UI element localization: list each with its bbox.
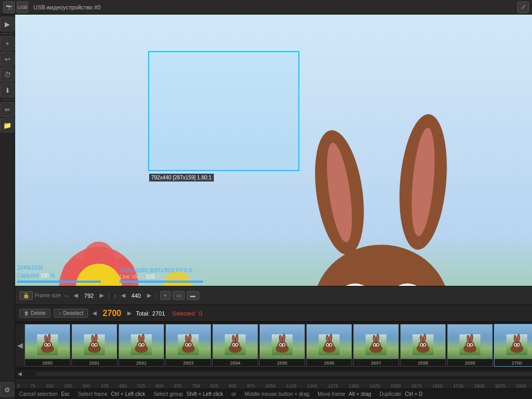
- frame-prev-btn[interactable]: ◀: [91, 310, 98, 317]
- aspect-btn[interactable]: ▭: [173, 291, 185, 300]
- film-frame-2700[interactable]: 2700: [494, 324, 532, 367]
- svg-point-183: [465, 341, 475, 349]
- svg-point-179: [424, 344, 425, 345]
- svg-point-123: [236, 344, 237, 345]
- timeline-scroll: ◀ ▶ 2700: [15, 369, 532, 378]
- svg-point-178: [421, 344, 422, 345]
- camera-icon-btn[interactable]: 📷: [3, 2, 15, 13]
- ruler-mark-1125: 1125: [286, 383, 296, 389]
- add-tool-btn[interactable]: +: [0, 36, 15, 51]
- filmstrip-prev-btn[interactable]: ◀: [15, 324, 25, 367]
- delete-btn[interactable]: 🗑 Delete: [19, 309, 51, 318]
- frame-thumb-2697: [354, 324, 398, 359]
- duplicate-shortcut: Duplicate Ctrl + D: [380, 391, 423, 397]
- ruler-mark-1050: 1050: [265, 383, 275, 389]
- ruler-mark-1800: 1800: [474, 383, 485, 389]
- svg-point-67: [49, 344, 50, 345]
- total-label: Total: 2701: [136, 310, 165, 317]
- ruler-mark-1575: 1575: [412, 383, 422, 389]
- fill-btn[interactable]: ▬: [187, 291, 199, 300]
- download-tool-btn[interactable]: ⬇: [0, 83, 15, 98]
- svg-point-124: [234, 346, 236, 347]
- scroll-track[interactable]: [36, 372, 532, 376]
- frame-thumb-2692: [119, 324, 164, 359]
- film-frame-2692[interactable]: 2692: [118, 324, 164, 367]
- timeline-area: 🗑 Delete ○ Deselect ◀ 2700 ▶ Total: 2701…: [15, 305, 532, 399]
- svg-point-197: [512, 341, 522, 349]
- add-frame-btn[interactable]: +: [160, 291, 171, 300]
- timer-tool-btn[interactable]: ⏱: [0, 67, 15, 82]
- cancel-label: Cancel selection: [19, 391, 57, 397]
- svg-point-57: [43, 341, 52, 349]
- svg-point-169: [418, 341, 428, 349]
- brush-tool-btn[interactable]: ✏: [0, 102, 15, 117]
- frame-thumb-2698: [401, 324, 445, 359]
- ruler-mark-225: 225: [64, 383, 72, 389]
- svg-point-82: [93, 346, 95, 347]
- svg-point-68: [46, 346, 49, 347]
- frame-num-label-2697: 2697: [354, 359, 398, 366]
- captured-label: Captured: [17, 273, 39, 279]
- svg-point-66: [45, 344, 46, 345]
- expand-tool-btn[interactable]: ▶: [0, 17, 15, 31]
- ruler-mark-750: 750: [192, 383, 200, 389]
- ruler-marks: 0751502253003754505256006757508259009751…: [15, 379, 532, 389]
- delete-label: Delete: [31, 310, 46, 316]
- ruler-mark-675: 675: [174, 383, 182, 389]
- width-prev-arrow[interactable]: ◀: [72, 292, 79, 299]
- svg-point-113: [231, 341, 240, 349]
- height-next-arrow[interactable]: ▶: [146, 292, 152, 299]
- width-value: 792: [81, 293, 96, 299]
- film-frame-2698[interactable]: 2698: [400, 324, 446, 367]
- frame-num-label-2691: 2691: [72, 359, 117, 366]
- height-prev-arrow[interactable]: ◀: [120, 292, 126, 299]
- width-next-arrow[interactable]: ▶: [99, 292, 105, 299]
- captured-value: 100: [40, 273, 49, 279]
- film-frame-2694[interactable]: 2694: [212, 324, 258, 367]
- current-frame: 2700: [103, 309, 122, 318]
- video-preview[interactable]: 792x440 [287x159] 1.80:1 2048x1536 Captu…: [15, 15, 532, 286]
- ctrl-sep-1: |: [108, 293, 110, 299]
- film-frame-2699[interactable]: 2699: [447, 324, 493, 367]
- settings-tool-btn[interactable]: ⚙: [0, 382, 15, 397]
- filmstrip: ◀ 2690: [15, 322, 532, 369]
- move-frame-key: Alt + drag: [349, 391, 371, 397]
- select-group-shortcut: Select group Shift + Left click: [154, 391, 223, 397]
- frame-next-btn[interactable]: ▶: [126, 310, 132, 317]
- svg-point-164: [374, 344, 375, 345]
- svg-point-155: [371, 341, 381, 349]
- live-view-label: Live View: [119, 273, 144, 280]
- svg-point-194: [469, 346, 471, 347]
- film-frame-2695[interactable]: 2695: [259, 324, 305, 367]
- folder-tool-btn[interactable]: 📁: [0, 118, 15, 132]
- svg-point-80: [92, 344, 93, 345]
- deselect-btn[interactable]: ○ Deselect: [54, 309, 88, 318]
- svg-point-94: [139, 344, 140, 345]
- film-frame-2696[interactable]: 2696: [306, 324, 352, 367]
- middle-mouse-label: Middle mouse button + drag: [245, 391, 309, 397]
- svg-point-85: [137, 341, 146, 349]
- svg-point-193: [471, 344, 472, 345]
- ruler-mark-1650: 1650: [432, 383, 443, 389]
- select-group-key: Shift + Left click: [187, 391, 223, 397]
- ruler-mark-900: 900: [228, 383, 236, 389]
- lock-btn[interactable]: 🔓: [19, 291, 33, 300]
- film-frame-2691[interactable]: 2691: [71, 324, 117, 367]
- svg-point-206: [515, 344, 516, 345]
- cancel-key: Esc: [61, 391, 70, 397]
- ruler-mark-300: 300: [82, 383, 90, 389]
- move-frame-label: Move frame: [318, 391, 345, 397]
- frame-thumb-2694: [213, 324, 258, 359]
- svg-point-122: [233, 344, 234, 345]
- selected-value: 0: [199, 310, 202, 317]
- frame-num-label-2693: 2693: [166, 359, 211, 366]
- svg-point-207: [518, 344, 519, 345]
- film-frame-2697[interactable]: 2697: [353, 324, 399, 367]
- undo-tool-btn[interactable]: ↩: [0, 52, 15, 66]
- film-frame-2693[interactable]: 2693: [165, 324, 211, 367]
- ctrl-sep-2: |: [155, 293, 157, 299]
- scroll-left-btn[interactable]: ◀: [15, 371, 25, 377]
- expand-btn[interactable]: ⤢: [517, 2, 529, 13]
- ruler-mark-1725: 1725: [453, 383, 464, 389]
- film-frame-2690[interactable]: 2690: [25, 324, 70, 367]
